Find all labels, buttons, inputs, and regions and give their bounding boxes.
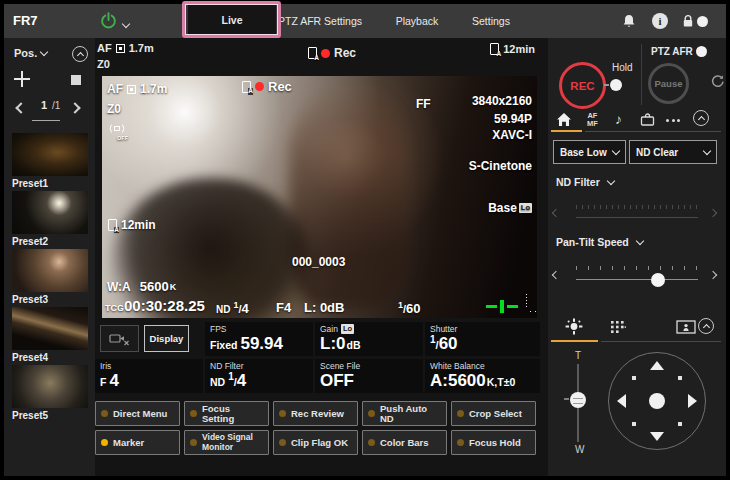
number-pad-icon[interactable] [610, 320, 626, 336]
tab-ptz-afr-label: PTZ AFR Settings [278, 15, 362, 27]
resolution: 3840x2160 [469, 94, 532, 108]
push-auto-nd-button[interactable]: Push Auto ND [362, 401, 447, 426]
tab-live[interactable]: Live [188, 4, 276, 38]
panel-collapse-icon[interactable] [693, 110, 709, 126]
power-menu-chevron-icon[interactable] [123, 17, 129, 29]
page-next-icon[interactable] [71, 102, 79, 114]
clip-flag-ok-button[interactable]: Clip Flag OK [273, 430, 358, 455]
tab-playback[interactable]: Playback [386, 4, 448, 38]
camera-status-panel: Display FPS Fixed59.94 GainLo L:0dB Shut… [95, 322, 540, 397]
look-profile: S-Cinetone [469, 159, 532, 173]
nd-preset-select[interactable]: ND Clear [629, 140, 717, 164]
more-icon[interactable] [666, 119, 680, 122]
media-remain-overlay: A 12min [108, 218, 156, 232]
camera-monitor-off-icon[interactable] [100, 325, 139, 352]
pip-frame-icon[interactable] [676, 320, 696, 336]
speed-slider-ticks [576, 266, 698, 270]
nd-slider-prev-icon[interactable] [553, 206, 559, 218]
af-mf-icon[interactable]: AFMF [587, 112, 598, 128]
rec-button[interactable]: REC [559, 62, 606, 109]
tab-underline [601, 341, 721, 342]
focus-level-indicator [486, 300, 518, 313]
page-prev-icon[interactable] [17, 102, 25, 114]
speed-slider-next-icon[interactable] [710, 268, 716, 280]
media-bag-icon[interactable] [640, 113, 655, 128]
focus-overlay: AF 1.7m [107, 82, 167, 96]
mini-meter [526, 294, 537, 312]
crop-select-button[interactable]: Crop Select [451, 401, 536, 426]
scene-file-cell[interactable]: Scene File OFF [315, 359, 423, 393]
preset-label: Preset5 [12, 410, 48, 421]
preset-thumbnail[interactable] [12, 307, 88, 350]
focus-area-icon [116, 44, 125, 53]
speed-slider-prev-icon[interactable] [553, 268, 559, 280]
tilt-up-button[interactable] [650, 361, 664, 370]
pan-tilt-pad[interactable] [608, 352, 706, 450]
nd-slider-ticks [576, 205, 698, 209]
stop-icon[interactable] [71, 75, 81, 85]
tab-settings[interactable]: Settings [460, 4, 522, 38]
wb-unit: K [170, 282, 177, 292]
nd-slider-track[interactable] [576, 217, 698, 218]
gain-cell[interactable]: GainLo L:0dB [315, 322, 423, 356]
preset-mode-dropdown[interactable]: Pos. [14, 47, 47, 59]
gain-lo-badge: Lo [341, 324, 354, 334]
speed-slider-knob[interactable] [651, 273, 665, 287]
iris-cell[interactable]: Iris F4 [95, 359, 203, 393]
power-icon[interactable] [100, 12, 117, 31]
base-sensitivity-select[interactable]: Base Low [553, 140, 626, 164]
home-icon[interactable] [556, 112, 572, 129]
pause-button[interactable]: Pause [648, 63, 689, 104]
wb-label: W:A [107, 280, 131, 294]
speed-slider-track[interactable] [576, 279, 698, 280]
audio-note-icon[interactable]: ♪ [615, 111, 622, 127]
preset-thumbnail[interactable] [12, 191, 88, 234]
pan-left-button[interactable] [617, 394, 626, 408]
focus-hold-button[interactable]: Focus Hold [451, 430, 536, 455]
rec-hold-link [604, 84, 609, 86]
shutter-cell[interactable]: Shutter 1/60 [425, 322, 540, 356]
nd-filter-cell[interactable]: ND Filter ND1/4 [205, 359, 313, 393]
assign-dot [101, 410, 108, 417]
page-indicator-line [32, 120, 60, 121]
pad-center-button[interactable] [649, 393, 665, 409]
color-bars-button[interactable]: Color Bars [362, 430, 447, 455]
display-button[interactable]: Display [144, 325, 189, 352]
pan-right-button[interactable] [688, 394, 697, 408]
device-title: FR7 [13, 13, 38, 28]
fr7-web-app: FR7 Live PTZ AFR Settings Playback Setti… [0, 0, 730, 480]
marker-button[interactable]: Marker [95, 430, 180, 455]
tab-ptz-afr-settings[interactable]: PTZ AFR Settings [272, 4, 368, 38]
rec-review-button[interactable]: Rec Review [273, 401, 358, 426]
pan-tilt-collapse-icon[interactable] [698, 318, 714, 334]
media-a-icon: A [308, 47, 317, 59]
white-balance-cell[interactable]: White Balance A:5600K,T±0 [425, 359, 540, 393]
nd-slider-next-icon[interactable] [710, 206, 716, 218]
live-video-monitor[interactable]: A Rec AF 1.7m Z0 OFF FF 3840x2160 59.94P… [102, 76, 537, 318]
media-a-icon: A [108, 219, 117, 231]
wb-value: 5600 [140, 279, 169, 294]
zoom-tele-label: T [575, 350, 581, 361]
focus-setting-button[interactable]: Focus Setting [184, 401, 269, 426]
pan-tilt-preset-icon[interactable] [564, 318, 584, 337]
pan-tilt-speed-expander[interactable]: Pan-Tilt Speed [556, 236, 643, 248]
rec-dot-icon [255, 82, 264, 91]
preset-thumbnail[interactable] [12, 365, 88, 408]
timecode-overlay: TCG00:30:28.25 [105, 297, 205, 314]
video-signal-monitor-button[interactable]: Video Signal Monitor [184, 430, 269, 455]
direct-menu-button[interactable]: Direct Menu [95, 401, 180, 426]
preset-thumbnail[interactable] [12, 133, 88, 176]
active-tab-underline [551, 130, 582, 132]
codec: XAVC-I [469, 128, 532, 142]
add-preset-icon[interactable] [14, 71, 30, 87]
fps-cell[interactable]: FPS Fixed59.94 [205, 322, 313, 356]
preset-thumbnail[interactable] [12, 249, 88, 292]
tilt-down-button[interactable] [650, 432, 664, 441]
sidebar-collapse-icon[interactable] [72, 46, 88, 62]
bell-icon[interactable] [622, 13, 636, 31]
nd-filter-expander[interactable]: ND Filter [556, 176, 614, 188]
info-icon[interactable]: i [652, 13, 668, 29]
zoom-slider-knob[interactable] [570, 392, 586, 408]
ptz-reset-icon[interactable] [710, 74, 725, 91]
monitor-status-strip: AF 1.7m Z0 A Rec A 12min [95, 38, 540, 76]
